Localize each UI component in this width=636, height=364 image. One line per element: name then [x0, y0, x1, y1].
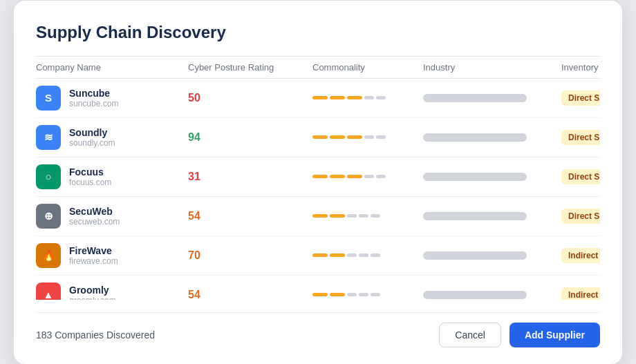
company-name: Focuus — [69, 166, 111, 178]
company-name: Groomly — [69, 285, 116, 296]
company-cell: 🔥 FireWave firewave.com — [36, 243, 188, 268]
cyber-rating: 50 — [188, 92, 312, 104]
col-cyber: Cyber Posture Rating — [188, 62, 312, 73]
company-logo: ▲ — [36, 282, 61, 300]
inventory-cell: Indirect Supplier — [561, 287, 600, 300]
company-domain: secuweb.com — [69, 217, 120, 227]
table-row[interactable]: 🔥 FireWave firewave.com 70 Indirect Supp… — [36, 236, 600, 276]
inventory-badge: Direct Supplier — [561, 209, 600, 224]
inventory-cell: Direct Supplier — [561, 209, 600, 224]
add-supplier-button[interactable]: Add Supplier — [509, 323, 600, 347]
table-row[interactable]: S Suncube suncube.com 50 Direct Supplier — [36, 79, 600, 118]
inventory-badge: Direct Supplier — [561, 169, 600, 184]
commonality-bar — [312, 214, 423, 218]
industry-cell — [423, 133, 561, 142]
col-company: Company Name — [36, 62, 188, 73]
company-cell: ≋ Soundly soundly.com — [36, 125, 188, 150]
commonality-bar — [312, 253, 423, 257]
industry-cell — [423, 251, 561, 260]
company-logo: ⊕ — [36, 204, 61, 229]
cyber-rating: 54 — [188, 289, 312, 300]
industry-bar — [423, 212, 527, 220]
table-row[interactable]: ▲ Groomly groomly.com 54 Indirect Suppli… — [36, 276, 600, 300]
col-commonality: Commonality — [312, 62, 423, 73]
cancel-button[interactable]: Cancel — [439, 323, 501, 347]
company-logo: S — [36, 86, 61, 111]
inventory-badge: Direct Supplier — [561, 90, 600, 106]
cyber-rating: 94 — [188, 131, 312, 144]
commonality-bar — [312, 135, 423, 139]
company-domain: firewave.com — [69, 256, 118, 266]
company-cell: ○ Focuus focuus.com — [36, 164, 188, 189]
cyber-rating: 54 — [188, 210, 312, 222]
inventory-cell: Indirect Supplier — [561, 248, 600, 263]
company-domain: soundly.com — [69, 138, 115, 148]
inventory-badge: Indirect Supplier — [561, 287, 600, 300]
company-cell: ▲ Groomly groomly.com — [36, 282, 188, 300]
company-logo: ≋ — [36, 125, 61, 150]
industry-bar — [423, 173, 527, 181]
table-body: S Suncube suncube.com 50 Direct Supplier… — [36, 79, 600, 300]
modal-footer: 183 Companies Discovered Cancel Add Supp… — [36, 312, 600, 347]
company-name: Soundly — [69, 127, 115, 138]
company-domain: focuus.com — [69, 178, 111, 187]
industry-bar — [423, 251, 527, 260]
footer-buttons: Cancel Add Supplier — [439, 323, 600, 347]
commonality-bar — [312, 175, 423, 178]
table-header: Company Name Cyber Posture Rating Common… — [36, 56, 600, 79]
inventory-badge: Direct Supplier — [561, 130, 600, 145]
company-cell: S Suncube suncube.com — [36, 86, 188, 111]
col-industry: Industry — [423, 62, 561, 73]
supply-chain-modal: Supply Chain Discovery Company Name Cybe… — [14, 1, 622, 364]
commonality-bar — [312, 96, 423, 99]
table-row[interactable]: ≋ Soundly soundly.com 94 Direct Supplier — [36, 118, 600, 157]
company-domain: groomly.com — [69, 296, 116, 300]
industry-bar — [423, 291, 527, 299]
industry-cell — [423, 291, 561, 299]
inventory-cell: Direct Supplier — [561, 90, 600, 106]
table-row[interactable]: ⊕ SecuWeb secuweb.com 54 Direct Supplier — [36, 197, 600, 236]
company-domain: suncube.com — [69, 99, 118, 108]
industry-bar — [423, 94, 527, 102]
industry-cell — [423, 173, 561, 181]
table-row[interactable]: ○ Focuus focuus.com 31 Direct Supplier — [36, 157, 600, 197]
inventory-badge: Indirect Supplier — [561, 248, 600, 263]
company-name: Suncube — [69, 88, 118, 99]
company-name: SecuWeb — [69, 206, 120, 217]
cyber-rating: 31 — [188, 171, 312, 183]
industry-cell — [423, 212, 561, 220]
inventory-cell: Direct Supplier — [561, 169, 600, 184]
companies-count: 183 Companies Discovered — [36, 329, 155, 341]
company-cell: ⊕ SecuWeb secuweb.com — [36, 204, 188, 229]
industry-bar — [423, 133, 527, 142]
inventory-cell: Direct Supplier — [561, 130, 600, 145]
company-name: FireWave — [69, 245, 118, 256]
commonality-bar — [312, 293, 423, 296]
col-inventory: Inventory — [561, 62, 636, 73]
company-logo: ○ — [36, 164, 61, 189]
cyber-rating: 70 — [188, 249, 312, 262]
industry-cell — [423, 94, 561, 102]
modal-title: Supply Chain Discovery — [36, 23, 600, 42]
company-logo: 🔥 — [36, 243, 61, 268]
